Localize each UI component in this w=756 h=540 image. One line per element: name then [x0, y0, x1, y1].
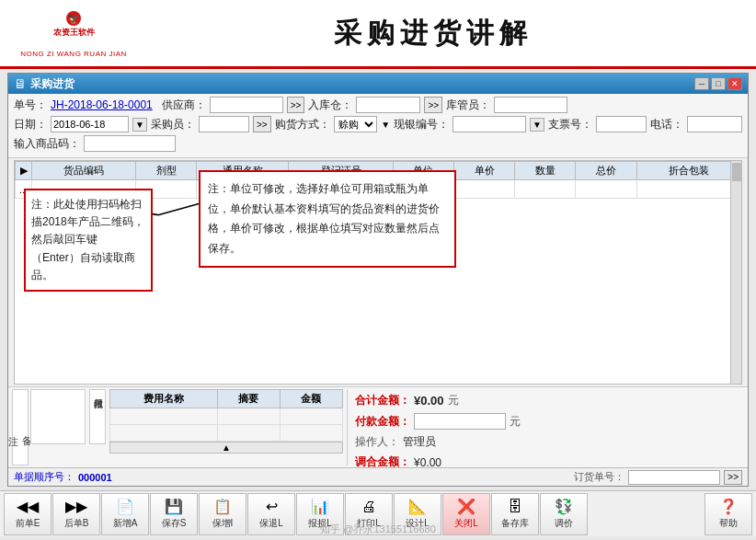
maximize-button[interactable]: □ [711, 77, 726, 90]
expense-row [110, 408, 343, 425]
new-label: 新增A [113, 517, 138, 530]
save-add-icon: 📋 [213, 498, 232, 515]
page-title: 采购进货讲解 [129, 15, 738, 52]
prev-label: 前单E [16, 517, 40, 530]
pay-method-select[interactable]: 赊购 现购 [334, 116, 378, 132]
close-window-button[interactable]: ❌ 关闭L [442, 493, 490, 535]
svg-text:农资王软件: 农资王软件 [52, 28, 95, 37]
paid-amount-row: 付款金额： 元 [355, 413, 737, 430]
supplier-btn[interactable]: >> [287, 97, 305, 113]
minimize-button[interactable]: ─ [694, 77, 709, 90]
next-record-button[interactable]: ▶▶ 后单B [52, 493, 100, 535]
operator-label: 操作人： [355, 434, 399, 450]
save-add-button[interactable]: 📋 保增I [199, 493, 246, 535]
warehouse-in-input[interactable] [356, 97, 420, 113]
svg-text:🦅: 🦅 [68, 13, 80, 25]
col-header-code: 货品编码 [32, 162, 136, 180]
help-icon: ❓ [719, 498, 738, 515]
status-bar: 单据顺序号： 000001 订货单号： >> [8, 467, 748, 486]
order-num-input[interactable] [628, 470, 720, 485]
cash-no-input[interactable] [452, 116, 526, 132]
product-code-input[interactable] [84, 135, 176, 152]
form-row-2: 日期： ▼ 采购员： >> 购货方式： 赊购 现购 ▼ 现银编号： ▼ 支票号：… [14, 116, 742, 132]
save-return-label: 保退L [259, 517, 283, 530]
expense-row [110, 425, 343, 442]
buyer-input[interactable] [199, 116, 249, 132]
warehouse-admin-label: 库管员： [446, 98, 490, 113]
page-wrapper: 🦅 农资王软件 NONG ZI WANG RUAN JIAN 采购进货讲解 🖥 … [0, 0, 756, 540]
order-link[interactable]: JH-2018-06-18-0001 [51, 98, 153, 111]
phone-input[interactable] [687, 116, 742, 132]
zhihu-watermark-text: 知乎 @乔永13155116680 [320, 523, 436, 534]
save-icon: 💾 [165, 498, 183, 515]
supplier-input[interactable] [210, 97, 283, 113]
col-header-qty: 数量 [515, 162, 576, 180]
save-return-button[interactable]: ↩ 保退L [247, 493, 295, 535]
close-button[interactable]: ✕ [727, 77, 742, 90]
cash-no-dropdown-btn[interactable]: ▼ [530, 118, 544, 132]
expense-table: 费用名称 摘要 金额 [109, 389, 343, 442]
adjust-price-icon: 💱 [555, 498, 573, 515]
expense-table-section: 费用名称 摘要 金额 [109, 389, 343, 465]
date-input[interactable] [51, 116, 129, 132]
date-label: 日期： [14, 117, 47, 132]
operator-row: 操作人： 管理员 [355, 434, 737, 450]
receipt-input[interactable] [596, 116, 647, 132]
supplier-label: 供应商： [162, 98, 206, 113]
order-label: 单号： [14, 98, 47, 113]
order-num-btn[interactable]: >> [724, 470, 742, 485]
paid-input[interactable] [414, 413, 506, 430]
annotation-right-text: 注：单位可修改，选择好单位可用箱或瓶为单位，单价默认基本资料填写的货品资料的进货… [208, 182, 440, 255]
receipt-label: 支票号： [548, 117, 592, 132]
cash-no-label: 现银编号： [394, 117, 449, 132]
window-controls: ─ □ ✕ [694, 77, 742, 90]
order-seq-value: 000001 [78, 472, 112, 483]
form-row-3: 输入商品码： [14, 135, 742, 152]
save-button[interactable]: 💾 保存S [150, 493, 198, 535]
main-window: 🖥 采购进货 ─ □ ✕ 单号： JH-2018-06-18-0001 供应商：… [7, 73, 749, 487]
operator-value: 管理员 [403, 434, 436, 450]
backup-button[interactable]: 🗄 备存库 [491, 493, 539, 535]
phone-label: 电话： [650, 117, 683, 132]
pay-method-label: 购货方式： [275, 117, 330, 132]
bottom-section: 备注 批付款用 费用名称 摘要 金额 [8, 386, 748, 467]
warehouse-admin-input[interactable] [494, 97, 567, 113]
notes-section: 备注 [12, 389, 86, 465]
prev-record-button[interactable]: ◀◀ 前单E [4, 493, 52, 535]
prev-icon: ◀◀ [17, 498, 39, 515]
order-seq-label: 单据顺序号： [14, 470, 74, 484]
window-title-text: 采购进货 [30, 76, 74, 92]
adjust-price-button[interactable]: 💱 调价 [540, 493, 588, 535]
new-record-button[interactable]: 📄 新增A [101, 493, 149, 535]
close-icon: ❌ [457, 498, 475, 515]
design-icon: 📐 [408, 498, 427, 515]
logo-sub-text: NONG ZI WANG RUAN JIAN [20, 50, 127, 58]
help-label: 帮助 [719, 517, 738, 530]
order-num-label: 订货单号： [574, 470, 624, 484]
col-header-type: 剂型 [136, 162, 197, 180]
help-button[interactable]: ❓ 帮助 [704, 493, 752, 535]
expense-scroll-btn[interactable]: ▲ [109, 442, 343, 454]
header-area: 🦅 农资王软件 NONG ZI WANG RUAN JIAN 采购进货讲解 [0, 0, 756, 69]
warehouse-in-label: 入库仓： [308, 98, 352, 113]
expense-col-summary: 摘要 [217, 390, 280, 408]
total-amount-unit: 元 [448, 393, 459, 408]
backup-icon: 🗄 [508, 499, 522, 515]
logo-icon: 🦅 农资王软件 [49, 9, 99, 48]
col-header-pack: 折合包装 [636, 162, 740, 180]
table-scrollbar[interactable] [730, 161, 741, 384]
paid-label: 付款金额： [355, 414, 410, 430]
notes-input[interactable] [30, 389, 86, 444]
col-header-arrow: ▶ [16, 162, 32, 180]
total-amount-row: 合计金额： ¥0.00 元 [355, 393, 737, 408]
annotation-right: 注：单位可修改，选择好单位可用箱或瓶为单位，单价默认基本资料填写的货品资料的进货… [199, 170, 456, 268]
expense-col-name: 费用名称 [110, 390, 218, 408]
date-dropdown-btn[interactable]: ▼ [132, 118, 147, 132]
warehouse-in-btn[interactable]: >> [424, 97, 442, 113]
buyer-btn[interactable]: >> [253, 116, 271, 132]
pay-batch-section: 批付款用 [89, 389, 106, 465]
form-row-1: 单号： JH-2018-06-18-0001 供应商： >> 入库仓： >> 库… [14, 97, 742, 113]
logo-section: 🦅 农资王软件 NONG ZI WANG RUAN JIAN [18, 9, 129, 58]
total-amount-value: ¥0.00 [414, 394, 444, 408]
new-icon: 📄 [116, 498, 134, 515]
